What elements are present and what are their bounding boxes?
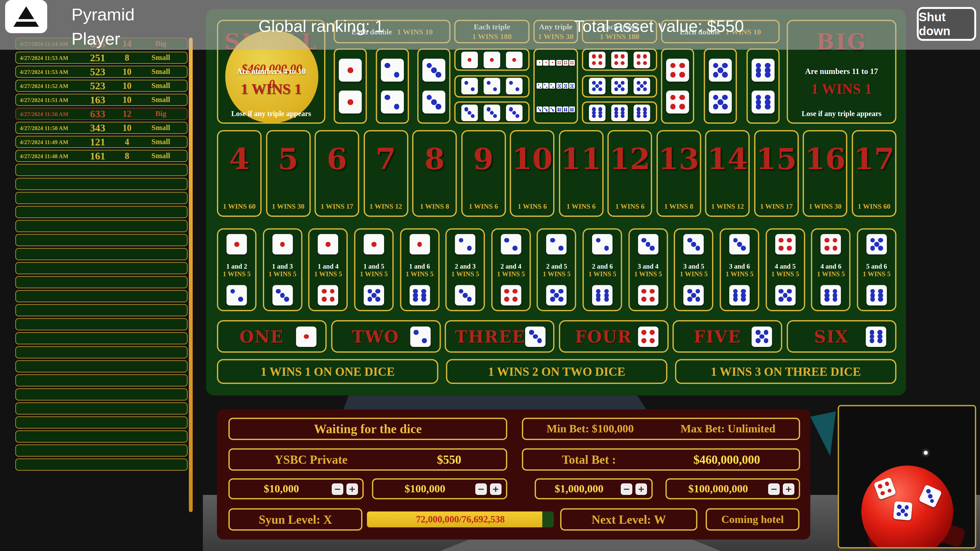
bet-total-14[interactable]: 141 WINS 12 [705, 130, 750, 217]
level-progress-bar: 72,000,000/76,692,538 [367, 511, 554, 527]
bet-any-triple[interactable] [533, 48, 578, 124]
bet-triple-3[interactable] [454, 102, 530, 124]
pip [824, 297, 829, 302]
bet-pair-4-5[interactable]: 4 and 51 WINS 5 [765, 228, 805, 311]
bet-double-1[interactable] [334, 48, 367, 124]
coming-hotel-button[interactable]: Coming hotel [706, 508, 800, 531]
pip [878, 484, 883, 489]
pip [878, 338, 883, 343]
bet-double-2[interactable] [375, 48, 409, 124]
pip [621, 81, 625, 85]
pyramid-logo[interactable] [5, 0, 47, 33]
max-bet: Max Bet: Unlimited [680, 422, 775, 436]
bet-pair-4-6[interactable]: 4 and 61 WINS 5 [811, 228, 851, 311]
increase-bet-button[interactable]: + [635, 483, 647, 495]
bet-pair-1-5[interactable]: 1 and 51 WINS 5 [354, 228, 393, 311]
chip-10000[interactable]: $10,000−+ [228, 478, 364, 499]
triple-combo-5 [556, 83, 575, 89]
increase-bet-button[interactable]: + [783, 483, 794, 495]
history-scrollbar[interactable] [189, 38, 192, 512]
bet-single-one[interactable]: ONE [217, 320, 327, 353]
pair-odds: 1 WINS 5 [725, 270, 753, 277]
bet-pair-3-5[interactable]: 3 and 51 WINS 5 [674, 228, 714, 311]
die-face-4 [666, 59, 689, 82]
increase-bet-button[interactable]: + [347, 483, 358, 495]
chip-100000000[interactable]: $100,000,000−+ [666, 478, 800, 499]
shutdown-button[interactable]: Shut down [917, 7, 977, 41]
decrease-bet-button[interactable]: − [621, 483, 632, 495]
bet-triple-2[interactable] [454, 75, 530, 97]
pip [756, 72, 761, 78]
pip [560, 86, 561, 88]
pip [321, 289, 326, 294]
bet-total-7[interactable]: 71 WINS 12 [363, 130, 408, 217]
bet-total-9[interactable]: 91 WINS 6 [461, 130, 506, 217]
pip [621, 114, 625, 118]
bet-single-two[interactable]: TWO [331, 320, 441, 353]
bet-triple-1[interactable] [454, 48, 530, 71]
die-face-2 [227, 285, 247, 306]
pip [592, 114, 596, 118]
pair-labels: 3 and 61 WINS 5 [725, 262, 753, 277]
bet-total-8[interactable]: 81 WINS 8 [412, 130, 457, 217]
bet-single-six[interactable]: SIX [787, 320, 896, 353]
bet-pair-3-4[interactable]: 3 and 41 WINS 5 [628, 228, 668, 311]
bet-triple-4[interactable] [582, 48, 657, 71]
bet-pair-5-6[interactable]: 5 and 61 WINS 5 [857, 228, 896, 311]
die-face-6 [589, 104, 606, 121]
bet-total-11[interactable]: 111 WINS 6 [558, 130, 603, 217]
bet-triple-6[interactable] [582, 102, 657, 124]
pip [641, 330, 646, 335]
pip [554, 293, 559, 298]
bet-pair-2-4[interactable]: 2 and 41 WINS 5 [491, 228, 531, 311]
bet-pair-1-2[interactable]: 1 and 21 WINS 5 [217, 228, 256, 311]
bet-total-16[interactable]: 161 WINS 30 [803, 130, 848, 217]
bet-double-3[interactable] [417, 48, 450, 124]
bet-single-four[interactable]: FOUR [558, 320, 668, 353]
die-face-2 [592, 234, 612, 254]
bet-double-6[interactable] [746, 48, 780, 124]
chip-1000000[interactable]: $1,000,000−+ [535, 478, 653, 499]
bet-triple-5[interactable] [582, 75, 657, 97]
die-face-5 [364, 285, 384, 306]
pip [670, 104, 676, 110]
bet-single-five[interactable]: FIVE [673, 320, 783, 353]
die-face-5 [569, 83, 575, 89]
die-face-1 [549, 60, 555, 66]
pair-label: 1 and 5 [360, 262, 388, 270]
bet-total-12[interactable]: 121 WINS 6 [608, 130, 652, 217]
bet-single-three[interactable]: THREE [445, 320, 555, 353]
decrease-bet-button[interactable]: − [476, 483, 487, 495]
chip-amount: $10,000 [234, 483, 329, 495]
bet-pair-1-3[interactable]: 1 and 31 WINS 5 [262, 228, 302, 311]
pair-odds: 1 WINS 5 [862, 270, 891, 277]
bet-pair-2-6[interactable]: 2 and 61 WINS 5 [583, 228, 622, 311]
total-odds: 1 WINS 30 [804, 202, 846, 210]
die-face-2 [501, 234, 521, 254]
bet-pair-1-6[interactable]: 1 and 61 WINS 5 [400, 228, 439, 311]
pip [900, 508, 905, 513]
bet-pair-1-4[interactable]: 1 and 41 WINS 5 [308, 228, 348, 311]
bet-total-15[interactable]: 151 WINS 17 [754, 130, 799, 217]
bet-double-4[interactable] [661, 48, 694, 124]
bet-pair-3-6[interactable]: 3 and 61 WINS 5 [720, 228, 759, 311]
chip-100000[interactable]: $100,000−+ [372, 478, 508, 499]
pip [560, 110, 561, 111]
pip [737, 242, 742, 247]
bet-double-5[interactable] [704, 48, 737, 124]
bet-total-10[interactable]: 101 WINS 6 [510, 130, 555, 217]
history-total: 10 [116, 67, 138, 77]
bet-total-5[interactable]: 51 WINS 30 [266, 130, 310, 217]
bet-total-4[interactable]: 41 WINS 60 [217, 130, 262, 217]
bet-total-17[interactable]: 171 WINS 60 [852, 130, 896, 217]
app-title-line2: Player [72, 27, 135, 51]
pip [641, 289, 646, 294]
decrease-bet-button[interactable]: − [768, 483, 780, 495]
bet-total-6[interactable]: 61 WINS 17 [315, 130, 360, 217]
pip [884, 481, 890, 487]
bet-total-13[interactable]: 131 WINS 8 [656, 130, 701, 217]
increase-bet-button[interactable]: + [490, 483, 501, 495]
bet-pair-2-5[interactable]: 2 and 51 WINS 5 [537, 228, 576, 311]
decrease-bet-button[interactable]: − [332, 483, 343, 495]
bet-pair-2-3[interactable]: 2 and 31 WINS 5 [445, 228, 485, 311]
